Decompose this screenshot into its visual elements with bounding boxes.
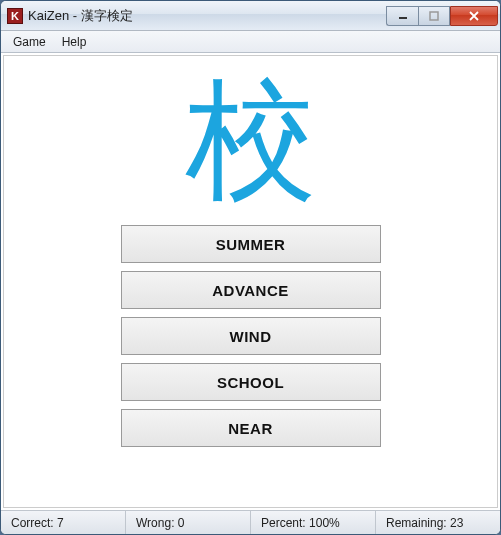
status-percent: Percent: 100% <box>251 511 376 534</box>
menubar: Game Help <box>1 31 500 53</box>
status-remaining-label: Remaining: <box>386 516 447 530</box>
menu-game[interactable]: Game <box>5 33 54 51</box>
close-icon <box>468 10 480 22</box>
answer-button-1[interactable]: ADVANCE <box>121 271 381 309</box>
status-remaining-value: 23 <box>450 516 463 530</box>
answer-button-4[interactable]: NEAR <box>121 409 381 447</box>
status-percent-value: 100% <box>309 516 340 530</box>
status-remaining: Remaining: 23 <box>376 511 500 534</box>
status-wrong: Wrong: 0 <box>126 511 251 534</box>
status-correct-label: Correct: <box>11 516 54 530</box>
window-controls <box>386 6 498 26</box>
status-correct: Correct: 7 <box>1 511 126 534</box>
app-icon: K <box>7 8 23 24</box>
window-title: KaiZen - 漢字検定 <box>28 7 386 25</box>
answer-button-0[interactable]: SUMMER <box>121 225 381 263</box>
svg-rect-0 <box>399 17 407 19</box>
minimize-icon <box>398 11 408 21</box>
kanji-display: 校 <box>186 68 316 211</box>
maximize-icon <box>429 11 439 21</box>
answer-list: SUMMER ADVANCE WIND SCHOOL NEAR <box>121 225 381 447</box>
menu-help[interactable]: Help <box>54 33 95 51</box>
svg-rect-1 <box>430 12 438 20</box>
minimize-button[interactable] <box>386 6 418 26</box>
titlebar[interactable]: K KaiZen - 漢字検定 <box>1 1 500 31</box>
app-window: K KaiZen - 漢字検定 Game Help 校 SUMMER ADVAN… <box>0 0 501 535</box>
status-wrong-value: 0 <box>178 516 185 530</box>
main-content: 校 SUMMER ADVANCE WIND SCHOOL NEAR <box>3 55 498 508</box>
answer-button-2[interactable]: WIND <box>121 317 381 355</box>
close-button[interactable] <box>450 6 498 26</box>
status-correct-value: 7 <box>57 516 64 530</box>
status-wrong-label: Wrong: <box>136 516 174 530</box>
statusbar: Correct: 7 Wrong: 0 Percent: 100% Remain… <box>1 510 500 534</box>
maximize-button[interactable] <box>418 6 450 26</box>
answer-button-3[interactable]: SCHOOL <box>121 363 381 401</box>
status-percent-label: Percent: <box>261 516 306 530</box>
